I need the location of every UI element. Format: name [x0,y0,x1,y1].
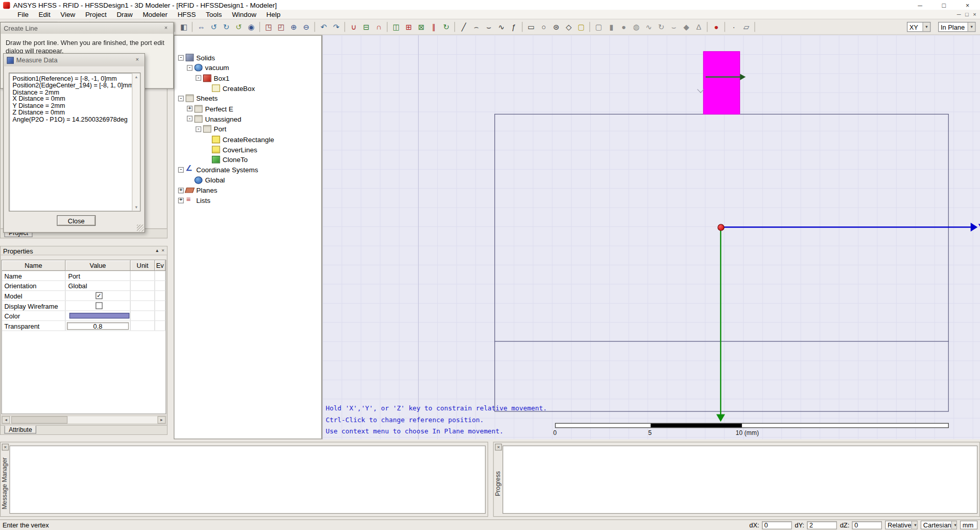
duplicate-axis-icon[interactable]: ↻ [441,21,452,33]
draw-arc-center-icon[interactable]: ⌢ [471,21,482,33]
close-icon[interactable]: × [133,56,141,64]
property-value-cell[interactable]: ✓ [66,301,131,310]
tree-expander[interactable] [196,126,201,132]
coordinate-input[interactable]: 0 [852,521,882,529]
scroll-down-icon[interactable]: ▼ [133,204,139,210]
column-header-value[interactable]: Value [66,260,131,271]
tree-expander[interactable] [178,96,184,101]
draw-torus-icon[interactable]: ◍ [631,21,642,33]
tree-item[interactable]: Planes [174,185,321,195]
draw-line-icon[interactable]: ╱ [458,21,469,33]
pin-panel-icon[interactable]: ▴ [156,248,158,254]
tree-expander[interactable] [178,188,184,193]
property-value-cell[interactable]: ✓ [66,291,131,300]
draw-spline-icon[interactable]: ∿ [496,21,507,33]
sweep-icon[interactable]: ∆ [693,21,704,33]
scroll-up-icon[interactable]: ▲ [133,74,139,80]
property-value-cell[interactable]: 0.8 ✓ [66,321,131,330]
draw-circle-icon[interactable]: ○ [538,21,549,33]
column-header-unit[interactable]: Unit [131,260,155,271]
rotate-current-icon[interactable]: ↻ [221,21,232,33]
menu-item[interactable]: File [12,11,33,18]
tree-expander[interactable] [187,65,193,71]
draw-bondwire-icon[interactable]: ⌣ [668,21,679,33]
close-icon[interactable]: × [162,25,170,32]
close-icon[interactable]: × [495,444,501,450]
tree-item[interactable]: Unassigned [174,114,321,124]
split-icon[interactable]: ◫ [391,21,402,33]
color-swatch[interactable] [69,313,129,318]
message-manager-content[interactable] [9,446,486,514]
rotate-screen-icon[interactable]: ↺ [233,21,245,33]
scroll-left-icon[interactable]: ◄ [2,416,10,424]
draw-polyhedron-icon[interactable]: ◆ [681,21,692,33]
draw-point-icon[interactable]: ∙ [728,21,739,33]
chevron-down-icon[interactable]: ▼ [922,22,930,31]
tree-item[interactable]: CoverLines [174,144,321,154]
draw-rectangle-icon[interactable]: ▭ [525,21,537,33]
subtract-icon[interactable]: ⊟ [361,21,372,33]
intersect-icon[interactable]: ∩ [373,21,385,33]
plane-select[interactable]: XY ▼ [907,22,931,32]
fit-selection-icon[interactable]: ◰ [276,21,287,33]
tree-item[interactable]: CreateBox [174,83,321,94]
child-close-icon[interactable]: × [973,11,976,17]
measure-data-titlebar[interactable]: Measure Data × [4,54,144,66]
column-header-evaluated[interactable]: Ev [155,260,166,271]
child-minimize-icon[interactable]: ─ [957,11,961,17]
close-icon[interactable]: × [963,2,972,8]
tree-item[interactable]: Perfect E [174,104,321,114]
reference-mode-select[interactable]: Relative ▼ [885,521,918,529]
draw-region-icon[interactable]: ▢ [576,21,587,33]
coordinate-system-select[interactable]: Cartesian ▼ [921,521,957,529]
draw-box-icon[interactable]: ▢ [593,21,604,33]
tree-item[interactable]: Port [174,124,321,134]
tree-item[interactable]: Global [174,175,321,185]
tree-expander[interactable] [178,198,184,203]
tree-item[interactable]: Solids [174,53,321,63]
draw-polygon-icon[interactable]: ◇ [563,21,575,33]
close-button[interactable]: Close [57,215,95,226]
tree-expander[interactable] [178,167,184,173]
coordinate-input[interactable]: 2 [807,521,837,529]
scrollbar-thumb[interactable] [11,416,67,424]
tree-item[interactable]: vacuum [174,63,321,73]
close-icon[interactable]: × [2,444,9,450]
tree-item[interactable]: Coordinate Systems [174,165,321,175]
menu-item[interactable]: Edit [34,11,56,18]
duplicate-line-icon[interactable]: ∥ [428,21,439,33]
scroll-right-icon[interactable]: ► [157,416,165,424]
dynamic-zoom-icon[interactable]: ◉ [246,21,257,33]
coordinate-input[interactable]: 0 [761,521,792,529]
draw-arc-3point-icon[interactable]: ⌣ [483,21,494,33]
chevron-down-icon[interactable]: ▼ [968,22,975,31]
create-line-titlebar[interactable]: Create Line × [1,22,173,34]
draw-ellipse-icon[interactable]: ⊜ [551,21,562,33]
vertical-scrollbar[interactable]: ▲ ▼ [132,73,140,211]
tab-attribute[interactable]: Attribute [5,426,37,434]
redo-icon[interactable]: ↷ [330,21,342,33]
duplicate-mirror-icon[interactable]: ⊠ [416,21,427,33]
property-value-cell[interactable]: ✓ [66,311,131,320]
rotate-center-icon[interactable]: ↺ [208,21,220,33]
tree-item[interactable]: Lists [174,195,321,205]
resize-grip[interactable] [137,225,144,232]
separate-bodies-icon[interactable]: ⊞ [403,21,414,33]
column-header-name[interactable]: Name [2,260,66,271]
menu-item[interactable]: Tools [201,11,227,18]
tree-item[interactable]: CreateRectangle [174,134,321,144]
menu-item[interactable]: Help [261,11,285,18]
pan-icon[interactable]: ⇔ [196,21,207,33]
close-panel-icon[interactable]: × [161,248,164,254]
checkbox[interactable]: ✓ [95,292,102,299]
tree-expander[interactable] [196,75,201,81]
property-value-cell[interactable]: Global ✓ [66,281,131,290]
menu-item[interactable]: Modeler [138,11,173,18]
zoom-in-icon[interactable]: ⊕ [288,21,299,33]
units-field[interactable]: mm [960,521,977,529]
undo-icon[interactable]: ↶ [318,21,329,33]
checkbox[interactable]: ✓ [95,302,102,309]
draw-helix-icon[interactable]: ∿ [643,21,654,33]
draw-equation-curve-icon[interactable]: ƒ [508,21,519,33]
menu-item[interactable]: Window [227,11,261,18]
